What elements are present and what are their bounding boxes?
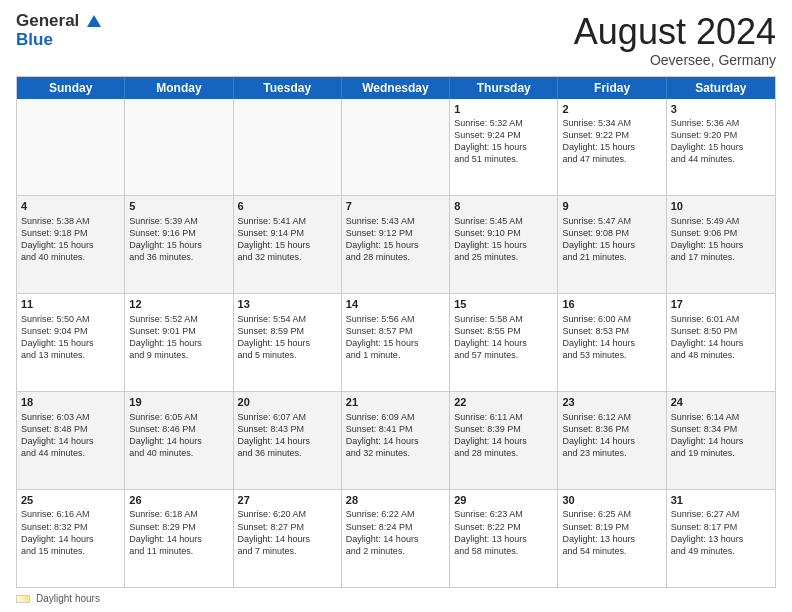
day-info: Sunrise: 6:18 AM Sunset: 8:29 PM Dayligh…	[129, 508, 228, 557]
calendar-cell: 12Sunrise: 5:52 AM Sunset: 9:01 PM Dayli…	[125, 294, 233, 391]
day-info: Sunrise: 6:12 AM Sunset: 8:36 PM Dayligh…	[562, 411, 661, 460]
calendar-cell: 20Sunrise: 6:07 AM Sunset: 8:43 PM Dayli…	[234, 392, 342, 489]
calendar-body: 1Sunrise: 5:32 AM Sunset: 9:24 PM Daylig…	[17, 99, 775, 587]
day-number: 25	[21, 493, 120, 507]
day-info: Sunrise: 5:56 AM Sunset: 8:57 PM Dayligh…	[346, 313, 445, 362]
day-info: Sunrise: 5:54 AM Sunset: 8:59 PM Dayligh…	[238, 313, 337, 362]
day-info: Sunrise: 6:09 AM Sunset: 8:41 PM Dayligh…	[346, 411, 445, 460]
calendar-cell: 4Sunrise: 5:38 AM Sunset: 9:18 PM Daylig…	[17, 196, 125, 293]
calendar-cell: 14Sunrise: 5:56 AM Sunset: 8:57 PM Dayli…	[342, 294, 450, 391]
calendar-row: 11Sunrise: 5:50 AM Sunset: 9:04 PM Dayli…	[17, 293, 775, 391]
day-info: Sunrise: 6:01 AM Sunset: 8:50 PM Dayligh…	[671, 313, 771, 362]
calendar-cell: 24Sunrise: 6:14 AM Sunset: 8:34 PM Dayli…	[667, 392, 775, 489]
page: General Blue August 2024 Oeversee, Germa…	[0, 0, 792, 612]
day-number: 17	[671, 297, 771, 311]
day-info: Sunrise: 6:16 AM Sunset: 8:32 PM Dayligh…	[21, 508, 120, 557]
logo-general: General	[16, 11, 79, 30]
calendar-cell: 23Sunrise: 6:12 AM Sunset: 8:36 PM Dayli…	[558, 392, 666, 489]
weekday-header: Monday	[125, 77, 233, 99]
day-number: 13	[238, 297, 337, 311]
day-info: Sunrise: 6:00 AM Sunset: 8:53 PM Dayligh…	[562, 313, 661, 362]
day-number: 8	[454, 199, 553, 213]
day-info: Sunrise: 5:36 AM Sunset: 9:20 PM Dayligh…	[671, 117, 771, 166]
calendar-cell: 3Sunrise: 5:36 AM Sunset: 9:20 PM Daylig…	[667, 99, 775, 196]
logo: General Blue	[16, 12, 104, 49]
day-info: Sunrise: 6:11 AM Sunset: 8:39 PM Dayligh…	[454, 411, 553, 460]
location: Oeversee, Germany	[574, 52, 776, 68]
day-info: Sunrise: 6:20 AM Sunset: 8:27 PM Dayligh…	[238, 508, 337, 557]
title-block: August 2024 Oeversee, Germany	[574, 12, 776, 68]
calendar-row: 4Sunrise: 5:38 AM Sunset: 9:18 PM Daylig…	[17, 195, 775, 293]
day-number: 22	[454, 395, 553, 409]
day-info: Sunrise: 5:47 AM Sunset: 9:08 PM Dayligh…	[562, 215, 661, 264]
calendar-cell	[125, 99, 233, 196]
calendar-row: 18Sunrise: 6:03 AM Sunset: 8:48 PM Dayli…	[17, 391, 775, 489]
calendar-row: 25Sunrise: 6:16 AM Sunset: 8:32 PM Dayli…	[17, 489, 775, 587]
calendar-cell: 31Sunrise: 6:27 AM Sunset: 8:17 PM Dayli…	[667, 490, 775, 587]
calendar-header: SundayMondayTuesdayWednesdayThursdayFrid…	[17, 77, 775, 99]
weekday-header: Saturday	[667, 77, 775, 99]
day-info: Sunrise: 6:23 AM Sunset: 8:22 PM Dayligh…	[454, 508, 553, 557]
day-number: 7	[346, 199, 445, 213]
day-info: Sunrise: 5:50 AM Sunset: 9:04 PM Dayligh…	[21, 313, 120, 362]
day-number: 20	[238, 395, 337, 409]
day-number: 23	[562, 395, 661, 409]
day-number: 16	[562, 297, 661, 311]
svg-marker-0	[87, 15, 101, 27]
day-info: Sunrise: 5:43 AM Sunset: 9:12 PM Dayligh…	[346, 215, 445, 264]
day-number: 9	[562, 199, 661, 213]
day-info: Sunrise: 6:27 AM Sunset: 8:17 PM Dayligh…	[671, 508, 771, 557]
calendar-row: 1Sunrise: 5:32 AM Sunset: 9:24 PM Daylig…	[17, 99, 775, 196]
day-number: 24	[671, 395, 771, 409]
day-number: 31	[671, 493, 771, 507]
day-info: Sunrise: 6:22 AM Sunset: 8:24 PM Dayligh…	[346, 508, 445, 557]
day-number: 18	[21, 395, 120, 409]
calendar-cell	[342, 99, 450, 196]
day-info: Sunrise: 6:25 AM Sunset: 8:19 PM Dayligh…	[562, 508, 661, 557]
weekday-header: Wednesday	[342, 77, 450, 99]
day-number: 30	[562, 493, 661, 507]
day-number: 29	[454, 493, 553, 507]
day-info: Sunrise: 6:03 AM Sunset: 8:48 PM Dayligh…	[21, 411, 120, 460]
calendar-cell: 9Sunrise: 5:47 AM Sunset: 9:08 PM Daylig…	[558, 196, 666, 293]
footer: Daylight hours	[16, 593, 776, 604]
calendar-cell: 5Sunrise: 5:39 AM Sunset: 9:16 PM Daylig…	[125, 196, 233, 293]
day-info: Sunrise: 5:39 AM Sunset: 9:16 PM Dayligh…	[129, 215, 228, 264]
weekday-header: Tuesday	[234, 77, 342, 99]
day-info: Sunrise: 5:58 AM Sunset: 8:55 PM Dayligh…	[454, 313, 553, 362]
calendar-cell: 25Sunrise: 6:16 AM Sunset: 8:32 PM Dayli…	[17, 490, 125, 587]
day-info: Sunrise: 5:52 AM Sunset: 9:01 PM Dayligh…	[129, 313, 228, 362]
day-number: 2	[562, 102, 661, 116]
calendar: SundayMondayTuesdayWednesdayThursdayFrid…	[16, 76, 776, 588]
day-number: 19	[129, 395, 228, 409]
day-number: 21	[346, 395, 445, 409]
day-number: 27	[238, 493, 337, 507]
calendar-cell: 2Sunrise: 5:34 AM Sunset: 9:22 PM Daylig…	[558, 99, 666, 196]
day-info: Sunrise: 5:49 AM Sunset: 9:06 PM Dayligh…	[671, 215, 771, 264]
calendar-cell: 21Sunrise: 6:09 AM Sunset: 8:41 PM Dayli…	[342, 392, 450, 489]
calendar-cell	[17, 99, 125, 196]
day-number: 11	[21, 297, 120, 311]
daylight-icon	[16, 595, 30, 603]
logo-icon	[85, 13, 103, 31]
day-number: 28	[346, 493, 445, 507]
day-number: 26	[129, 493, 228, 507]
footer-label: Daylight hours	[36, 593, 100, 604]
day-info: Sunrise: 6:07 AM Sunset: 8:43 PM Dayligh…	[238, 411, 337, 460]
weekday-header: Friday	[558, 77, 666, 99]
weekday-header: Thursday	[450, 77, 558, 99]
weekday-header: Sunday	[17, 77, 125, 99]
day-info: Sunrise: 6:14 AM Sunset: 8:34 PM Dayligh…	[671, 411, 771, 460]
day-info: Sunrise: 5:34 AM Sunset: 9:22 PM Dayligh…	[562, 117, 661, 166]
calendar-cell: 13Sunrise: 5:54 AM Sunset: 8:59 PM Dayli…	[234, 294, 342, 391]
calendar-cell: 11Sunrise: 5:50 AM Sunset: 9:04 PM Dayli…	[17, 294, 125, 391]
calendar-cell: 29Sunrise: 6:23 AM Sunset: 8:22 PM Dayli…	[450, 490, 558, 587]
day-number: 12	[129, 297, 228, 311]
calendar-cell: 19Sunrise: 6:05 AM Sunset: 8:46 PM Dayli…	[125, 392, 233, 489]
calendar-cell: 27Sunrise: 6:20 AM Sunset: 8:27 PM Dayli…	[234, 490, 342, 587]
logo-blue: Blue	[16, 31, 104, 50]
calendar-cell	[234, 99, 342, 196]
calendar-cell: 8Sunrise: 5:45 AM Sunset: 9:10 PM Daylig…	[450, 196, 558, 293]
day-number: 10	[671, 199, 771, 213]
calendar-cell: 26Sunrise: 6:18 AM Sunset: 8:29 PM Dayli…	[125, 490, 233, 587]
